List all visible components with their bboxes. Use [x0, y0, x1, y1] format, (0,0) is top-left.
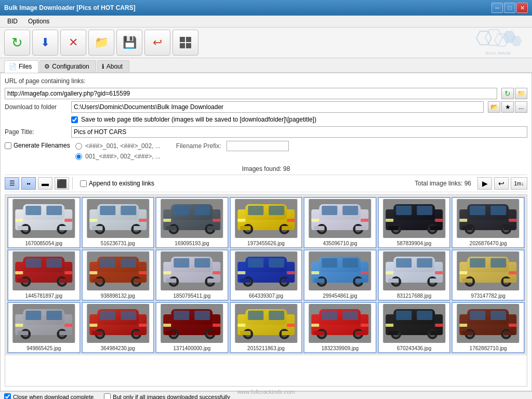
- star-folder-button[interactable]: ★: [501, 101, 514, 113]
- view-medium-button[interactable]: ▬: [38, 177, 52, 190]
- svg-rect-58: [240, 226, 250, 230]
- image-item[interactable]: 1850795411.jpg: [155, 249, 229, 301]
- page-title-input[interactable]: [71, 126, 527, 138]
- image-item[interactable]: 664339307.jpg: [230, 249, 303, 301]
- svg-rect-149: [240, 278, 250, 283]
- more-folder-button[interactable]: ...: [515, 101, 527, 113]
- image-item[interactable]: 1670085054.jpg: [7, 197, 81, 248]
- svg-rect-204: [64, 324, 72, 327]
- svg-rect-48: [212, 219, 220, 222]
- generate-filenames-checkbox[interactable]: [5, 142, 11, 149]
- back-action-button[interactable]: ↩: [494, 177, 509, 190]
- svg-rect-45: [166, 226, 176, 230]
- svg-rect-85: [430, 226, 440, 230]
- grid-button[interactable]: [172, 30, 198, 56]
- image-item[interactable]: 831217688.jpg: [378, 249, 451, 301]
- url-refresh-button[interactable]: ↻: [501, 88, 514, 99]
- svg-rect-254: [356, 331, 366, 335]
- url-folder-button[interactable]: 📁: [515, 88, 527, 99]
- image-name: 831217688.jpg: [380, 293, 449, 299]
- svg-rect-152: [287, 271, 295, 274]
- svg-rect-84: [388, 226, 398, 230]
- image-name: 2015211863.jpg: [232, 345, 301, 351]
- image-item[interactable]: 2015211863.jpg: [230, 302, 303, 353]
- filename-prefix-input[interactable]: [227, 141, 289, 151]
- svg-rect-87: [435, 219, 443, 222]
- image-count-button[interactable]: 1m↓: [511, 177, 527, 190]
- svg-rect-182: [470, 258, 486, 268]
- svg-rect-178: [435, 271, 443, 274]
- radio-option2-label: 001_<###>, 002_<###>, ...: [85, 153, 161, 160]
- svg-rect-104: [25, 258, 41, 268]
- maximize-button[interactable]: □: [504, 3, 515, 13]
- download-folder-input[interactable]: [71, 101, 484, 113]
- image-item[interactable]: 2026876470.jpg: [451, 197, 525, 248]
- svg-rect-247: [322, 311, 338, 320]
- image-grid-container[interactable]: 1670085054.jpg 516236731.jpg: [5, 194, 527, 387]
- svg-rect-123: [92, 278, 102, 283]
- menu-bid[interactable]: BID: [4, 17, 21, 26]
- image-item[interactable]: 670243436.jpg: [378, 302, 451, 353]
- view-small-button[interactable]: ▪▪: [21, 177, 36, 190]
- view-large-button[interactable]: ⬛: [55, 177, 69, 190]
- radio-option2[interactable]: [75, 153, 82, 160]
- image-item[interactable]: 1762882710.jpg: [451, 302, 525, 353]
- play-button[interactable]: ▶: [477, 177, 492, 190]
- download-button[interactable]: ⬇: [32, 30, 58, 56]
- image-item[interactable]: 364984230.jpg: [82, 302, 155, 353]
- title-bar: Bulk Image Downloader [Pics of HOT CARS]…: [0, 0, 532, 16]
- image-item[interactable]: 299454861.jpg: [303, 249, 377, 301]
- tab-files[interactable]: 📄 Files: [4, 60, 38, 73]
- radio-option1[interactable]: [75, 143, 82, 150]
- image-item[interactable]: 938898132.jpg: [82, 249, 155, 301]
- append-checkbox[interactable]: [80, 180, 87, 187]
- image-item[interactable]: 1832339909.jpg: [303, 302, 377, 353]
- svg-rect-235: [269, 311, 284, 320]
- back-button[interactable]: ↩: [144, 30, 170, 56]
- svg-rect-240: [240, 331, 250, 335]
- image-item[interactable]: 1973455626.jpg: [230, 197, 303, 248]
- tab-configuration[interactable]: ⚙ Configuration: [39, 60, 96, 72]
- url-input[interactable]: [5, 88, 497, 99]
- svg-rect-203: [15, 324, 23, 327]
- logo-svg: BULK IMAGE: [470, 29, 527, 57]
- view-list-button[interactable]: ☰: [5, 177, 19, 190]
- image-item[interactable]: 516236731.jpg: [82, 197, 155, 248]
- image-item[interactable]: 587839904.jpg: [378, 197, 451, 248]
- image-item[interactable]: 1445781897.jpg: [7, 249, 81, 301]
- close-button[interactable]: ✕: [516, 3, 528, 13]
- image-item[interactable]: 973147782.jpg: [451, 249, 525, 301]
- image-item[interactable]: 1371400000.jpg: [155, 302, 229, 353]
- image-item[interactable]: 435096710.jpg: [303, 197, 377, 248]
- download-folder-label: Download to folder: [5, 103, 67, 111]
- svg-rect-191: [509, 271, 517, 274]
- subfolder-checkbox[interactable]: [71, 116, 78, 123]
- image-item[interactable]: 169095193.jpg: [155, 197, 229, 248]
- svg-rect-61: [287, 219, 295, 222]
- image-name: 1850795411.jpg: [157, 293, 227, 299]
- open-folder-button[interactable]: 📁: [88, 30, 114, 56]
- save-button[interactable]: 💾: [116, 30, 142, 56]
- svg-rect-188: [462, 278, 473, 283]
- svg-rect-241: [282, 331, 292, 335]
- refresh-button[interactable]: ↻: [4, 30, 30, 56]
- svg-rect-176: [430, 278, 440, 283]
- image-name: 1445781897.jpg: [9, 293, 78, 299]
- image-item[interactable]: 949865425.jpg: [7, 302, 81, 353]
- close-when-complete-checkbox[interactable]: [4, 393, 11, 399]
- svg-rect-216: [89, 324, 97, 327]
- svg-rect-151: [237, 271, 245, 274]
- svg-rect-195: [25, 311, 41, 320]
- browse-folder-button[interactable]: 📂: [488, 101, 500, 113]
- separator: [72, 177, 73, 190]
- image-name: 1670085054.jpg: [9, 241, 78, 246]
- tab-about[interactable]: ℹ About: [97, 60, 129, 72]
- but-only-checkbox[interactable]: [104, 393, 111, 399]
- radio-row-1: <###>_001, <###>_002, ... Filename Prefi…: [75, 141, 289, 151]
- svg-rect-242: [237, 324, 245, 327]
- close-when-complete-label: Close when download complete: [13, 394, 94, 400]
- menu-options[interactable]: Options: [25, 17, 52, 26]
- minimize-button[interactable]: ─: [491, 3, 503, 13]
- generate-filenames-label: Generate Filenames: [14, 142, 70, 149]
- cancel-button[interactable]: ✕: [60, 30, 86, 56]
